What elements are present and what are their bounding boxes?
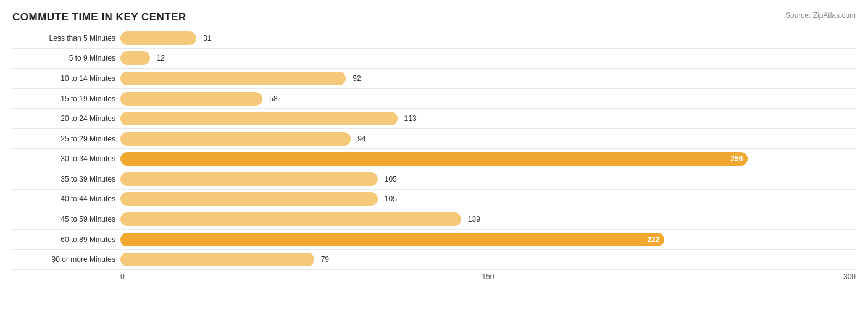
bar-fill: 94 xyxy=(120,132,351,146)
bar-track: 79 xyxy=(120,253,856,266)
bar-value: 113 xyxy=(401,114,417,123)
x-axis: 0150300 xyxy=(120,272,856,285)
bar-value: 92 xyxy=(349,74,361,83)
bar-row: 20 to 24 Minutes113 xyxy=(12,109,856,129)
bar-fill: 31 xyxy=(120,31,196,45)
bar-label: 45 to 59 Minutes xyxy=(12,215,120,224)
x-tick-label: 0 xyxy=(120,272,125,281)
bar-label: 20 to 24 Minutes xyxy=(12,114,120,123)
x-tick-label: 300 xyxy=(843,272,856,281)
bar-value: 79 xyxy=(318,255,329,264)
bar-row: 40 to 44 Minutes105 xyxy=(12,190,856,210)
chart-title: COMMUTE TIME IN KEY CENTER xyxy=(12,11,856,23)
bar-track: 31 xyxy=(120,31,856,45)
bar-label: 5 to 9 Minutes xyxy=(12,54,120,62)
bar-fill: 79 xyxy=(120,253,314,266)
bar-label: 10 to 14 Minutes xyxy=(12,74,120,83)
bar-row: 35 to 39 Minutes105 xyxy=(12,169,856,190)
bar-row: 30 to 34 Minutes256 xyxy=(12,149,856,169)
bar-value: 256 xyxy=(727,154,743,163)
bar-fill: 12 xyxy=(120,51,150,65)
x-tick-label: 150 xyxy=(482,272,494,281)
bar-fill: 58 xyxy=(120,92,262,106)
bar-label: Less than 5 Minutes xyxy=(12,34,120,43)
bar-fill: 105 xyxy=(120,172,378,186)
bar-value: 31 xyxy=(200,34,211,43)
bar-fill: 256 xyxy=(120,152,748,166)
bar-label: 60 to 89 Minutes xyxy=(12,235,120,244)
bar-value: 94 xyxy=(354,135,365,143)
bar-track: 222 xyxy=(120,233,856,246)
bar-fill: 222 xyxy=(120,233,664,246)
bar-label: 15 to 19 Minutes xyxy=(12,94,120,103)
bar-row: Less than 5 Minutes31 xyxy=(12,28,856,49)
bar-value: 139 xyxy=(465,215,480,224)
bar-fill: 105 xyxy=(120,192,378,206)
bar-track: 256 xyxy=(120,152,856,166)
bar-track: 105 xyxy=(120,192,856,206)
bar-track: 12 xyxy=(120,51,856,65)
bar-label: 35 to 39 Minutes xyxy=(12,175,120,183)
bar-fill: 139 xyxy=(120,212,461,226)
chart-container: COMMUTE TIME IN KEY CENTER Source: ZipAt… xyxy=(0,0,868,323)
bar-value: 58 xyxy=(266,94,277,103)
bar-row: 10 to 14 Minutes92 xyxy=(12,69,856,89)
bar-row: 15 to 19 Minutes58 xyxy=(12,89,856,109)
bar-label: 25 to 29 Minutes xyxy=(12,135,120,143)
bar-track: 113 xyxy=(120,112,856,125)
bar-track: 92 xyxy=(120,72,856,85)
bar-value: 222 xyxy=(644,235,659,244)
source-label: Source: ZipAtlas.com xyxy=(785,11,856,20)
bar-track: 58 xyxy=(120,92,856,106)
bar-row: 5 to 9 Minutes12 xyxy=(12,49,856,69)
bar-fill: 113 xyxy=(120,112,398,125)
bar-track: 139 xyxy=(120,212,856,226)
bar-label: 30 to 34 Minutes xyxy=(12,154,120,163)
chart-area: Less than 5 Minutes315 to 9 Minutes1210 … xyxy=(12,28,856,285)
bar-row: 90 or more Minutes79 xyxy=(12,250,856,270)
bar-row: 25 to 29 Minutes94 xyxy=(12,129,856,149)
bar-track: 94 xyxy=(120,132,856,146)
bar-value: 105 xyxy=(382,195,397,203)
bar-row: 45 to 59 Minutes139 xyxy=(12,209,856,230)
bar-track: 105 xyxy=(120,172,856,186)
bar-value: 12 xyxy=(154,54,165,62)
chart-body: Less than 5 Minutes315 to 9 Minutes1210 … xyxy=(12,28,856,270)
bar-row: 60 to 89 Minutes222 xyxy=(12,230,856,250)
bar-label: 90 or more Minutes xyxy=(12,255,120,264)
bar-label: 40 to 44 Minutes xyxy=(12,195,120,203)
bar-value: 105 xyxy=(382,175,397,183)
bar-fill: 92 xyxy=(120,72,346,85)
